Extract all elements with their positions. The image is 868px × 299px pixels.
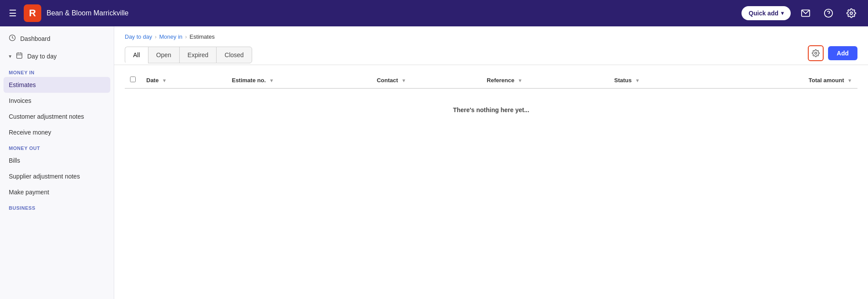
sidebar-item-day-to-day[interactable]: ▾ Day to day [0, 47, 114, 65]
quick-add-button[interactable]: Quick add ▾ [741, 6, 791, 20]
company-name: Bean & Bloom Marrickville [47, 9, 741, 17]
sidebar-item-make-payment[interactable]: Make payment [0, 184, 114, 200]
col-date[interactable]: Date ▼ [141, 72, 227, 88]
sidebar-item-bills[interactable]: Bills [0, 153, 114, 168]
chevron-down-icon: ▾ [9, 53, 11, 59]
sidebar-item-supplier-adjustment-notes[interactable]: Supplier adjustment notes [0, 168, 114, 184]
sidebar: Dashboard ▾ Day to day MONEY IN Estimate… [0, 26, 114, 299]
sort-icon-reference: ▼ [518, 78, 523, 83]
money-out-section-label: MONEY OUT [0, 140, 114, 153]
customize-columns-button[interactable] [808, 45, 824, 61]
sidebar-day-to-day-icon [16, 52, 23, 60]
sort-icon-contact: ▼ [401, 78, 406, 83]
select-all-checkbox[interactable] [130, 77, 136, 82]
breadcrumb-sep-1: › [155, 33, 156, 40]
col-status[interactable]: Status ▼ [609, 72, 709, 88]
sidebar-dashboard-label: Dashboard [20, 35, 51, 42]
svg-point-9 [815, 52, 817, 55]
topnav: ☰ R Bean & Bloom Marrickville Quick add … [0, 0, 868, 26]
col-reference[interactable]: Reference ▼ [481, 72, 609, 88]
quick-add-label: Quick add [749, 10, 778, 17]
col-total-amount[interactable]: Total amount ▼ [709, 72, 857, 88]
sidebar-make-payment-label: Make payment [9, 189, 49, 196]
sidebar-invoices-label: Invoices [9, 97, 31, 104]
col-estimate-no[interactable]: Estimate no. ▼ [227, 72, 372, 88]
help-button[interactable] [821, 5, 836, 21]
sidebar-receive-money-label: Receive money [9, 129, 51, 136]
sidebar-bills-label: Bills [9, 157, 20, 164]
sidebar-supplier-adj-label: Supplier adjustment notes [9, 173, 80, 180]
breadcrumb-sep-2: › [185, 33, 187, 40]
main-content: Day to day › Money in › Estimates All Op… [114, 26, 868, 299]
add-button[interactable]: Add [828, 46, 857, 60]
tabs: All Open Expired Closed [125, 47, 252, 63]
svg-rect-5 [17, 53, 22, 58]
sidebar-item-receive-money[interactable]: Receive money [0, 124, 114, 140]
table-container: Date ▼ Estimate no. ▼ Contact ▼ Refere [114, 65, 868, 138]
sidebar-item-invoices[interactable]: Invoices [0, 93, 114, 109]
svg-point-3 [850, 12, 853, 15]
sidebar-item-dashboard[interactable]: Dashboard [0, 30, 114, 47]
tab-expired[interactable]: Expired [179, 47, 216, 63]
tab-closed[interactable]: Closed [216, 47, 252, 63]
estimates-table: Date ▼ Estimate no. ▼ Contact ▼ Refere [125, 72, 857, 131]
sidebar-item-customer-adjustment-notes[interactable]: Customer adjustment notes [0, 109, 114, 124]
sort-icon-status: ▼ [635, 78, 640, 83]
sort-icon-date: ▼ [162, 78, 167, 83]
sidebar-customer-adj-label: Customer adjustment notes [9, 113, 84, 120]
select-all-header[interactable] [125, 72, 141, 88]
dashboard-icon [9, 34, 16, 43]
mail-button[interactable] [798, 5, 814, 21]
topnav-actions: Quick add ▾ [741, 5, 859, 21]
chevron-down-icon: ▾ [781, 10, 784, 16]
app-logo: R [24, 4, 41, 22]
breadcrumb-money-in[interactable]: Money in [159, 33, 183, 40]
sort-icon-total-amount: ▼ [847, 78, 852, 83]
col-contact[interactable]: Contact ▼ [372, 72, 481, 88]
settings-button[interactable] [843, 5, 859, 21]
sidebar-estimates-label: Estimates [9, 81, 36, 88]
tabs-row: All Open Expired Closed Add [114, 45, 868, 65]
sidebar-day-to-day-label: Day to day [27, 53, 57, 60]
tabs-actions: Add [808, 45, 857, 65]
sidebar-item-estimates[interactable]: Estimates [4, 77, 110, 93]
money-in-section-label: MONEY IN [0, 65, 114, 77]
sort-icon-estimate-no: ▼ [269, 78, 274, 83]
empty-state-message: There's nothing here yet... [453, 106, 529, 113]
tab-open[interactable]: Open [148, 47, 179, 63]
hamburger-icon[interactable]: ☰ [9, 8, 17, 18]
tab-all[interactable]: All [125, 47, 148, 64]
empty-state-row: There's nothing here yet... [125, 88, 857, 131]
business-section-label: BUSINESS [0, 200, 114, 212]
breadcrumb-day-to-day[interactable]: Day to day [125, 33, 152, 40]
breadcrumb-estimates: Estimates [190, 33, 215, 40]
breadcrumb: Day to day › Money in › Estimates [114, 26, 868, 45]
